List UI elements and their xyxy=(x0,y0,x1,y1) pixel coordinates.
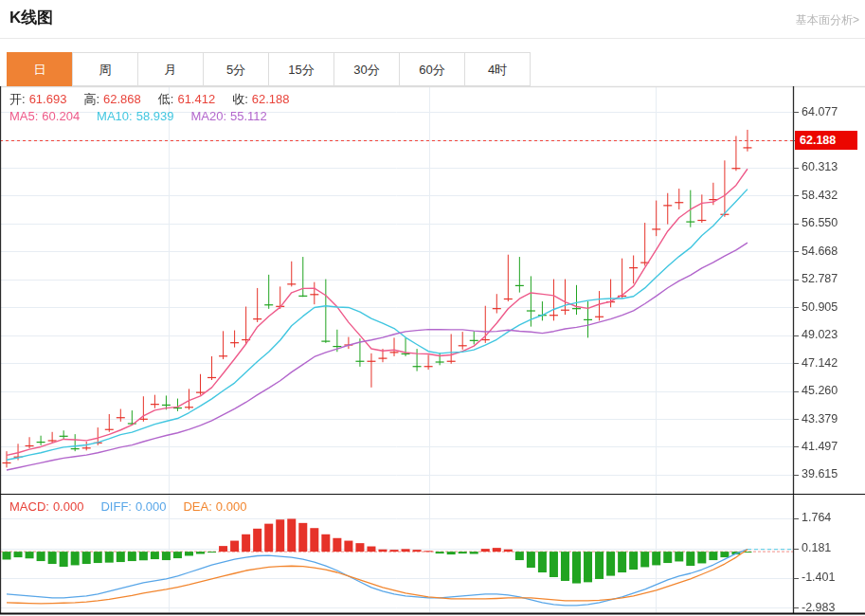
kline-widget: K线图 基本面分析> 日周月5分15分30分60分4时 开:61.693高:62… xyxy=(0,0,865,616)
legend-value: 0.000 xyxy=(135,499,167,514)
macd-legend: MACD:0.000DIFF:0.000DEA:0.000 xyxy=(9,499,263,514)
legend-label: DIFF: xyxy=(100,499,132,514)
legend-label: MACD: xyxy=(9,499,49,514)
macd-tick-label: -2.983 xyxy=(802,601,835,615)
legend-value: 55.112 xyxy=(230,109,267,123)
legend-value: 0.000 xyxy=(216,499,247,514)
period-tab-bar: 日周月5分15分30分60分4时 xyxy=(8,52,531,86)
price-tick-label: 41.497 xyxy=(802,440,838,454)
tab-30分[interactable]: 30分 xyxy=(333,52,400,86)
page-title: K线图 xyxy=(9,7,53,28)
legend-label: 收: xyxy=(232,92,248,106)
price-tick-label: 58.432 xyxy=(802,189,838,203)
macd-tick-label: 1.764 xyxy=(802,511,831,525)
legend-value: 61.412 xyxy=(177,92,215,106)
legend-value: 0.000 xyxy=(53,499,84,514)
price-tick-label: 43.379 xyxy=(802,412,838,426)
macd-tick-label: -1.401 xyxy=(802,571,835,585)
tab-月[interactable]: 月 xyxy=(137,52,204,86)
macd-tick-label: 0.181 xyxy=(802,541,831,555)
fundamental-analysis-link[interactable]: 基本面分析> xyxy=(796,12,859,28)
legend-label: MA5: xyxy=(9,109,38,123)
title-divider xyxy=(0,38,865,39)
price-tick-label: 39.615 xyxy=(802,467,838,481)
legend-value: 62.868 xyxy=(103,92,141,106)
tab-5分[interactable]: 5分 xyxy=(203,52,269,86)
legend-value: 58.939 xyxy=(136,109,174,123)
legend-label: 高: xyxy=(83,92,99,106)
tab-日[interactable]: 日 xyxy=(7,52,73,86)
legend-label: MA10: xyxy=(97,109,133,123)
ohlc-legend: 开:61.693高:62.868低:61.412收:62.188 xyxy=(9,91,307,108)
price-tick-label: 64.077 xyxy=(802,105,838,119)
price-tick-label: 45.260 xyxy=(802,384,838,398)
legend-label: 低: xyxy=(158,92,174,106)
tab-周[interactable]: 周 xyxy=(72,52,138,86)
legend-value: 62.188 xyxy=(252,92,290,106)
legend-label: 开: xyxy=(9,92,26,106)
current-price-tag: 62.188 xyxy=(795,131,857,150)
ma-legend: MA5:60.204MA10:58.939MA20:55.112 xyxy=(9,109,284,123)
price-tick-label: 56.550 xyxy=(802,216,838,230)
tab-4时[interactable]: 4时 xyxy=(464,52,531,86)
price-tick-label: 54.668 xyxy=(802,245,838,259)
price-tick-label: 52.787 xyxy=(802,272,838,286)
legend-value: 61.693 xyxy=(29,92,67,106)
price-tick-label: 50.905 xyxy=(802,300,838,315)
tab-15分[interactable]: 15分 xyxy=(268,52,334,86)
legend-label: DEA: xyxy=(183,499,211,514)
price-tick-label: 60.313 xyxy=(802,160,838,174)
legend-value: 60.204 xyxy=(42,109,80,123)
legend-label: MA20: xyxy=(190,109,226,123)
tab-60分[interactable]: 60分 xyxy=(399,52,465,86)
price-tick-label: 47.142 xyxy=(802,356,838,371)
price-tick-label: 49.023 xyxy=(802,328,838,342)
